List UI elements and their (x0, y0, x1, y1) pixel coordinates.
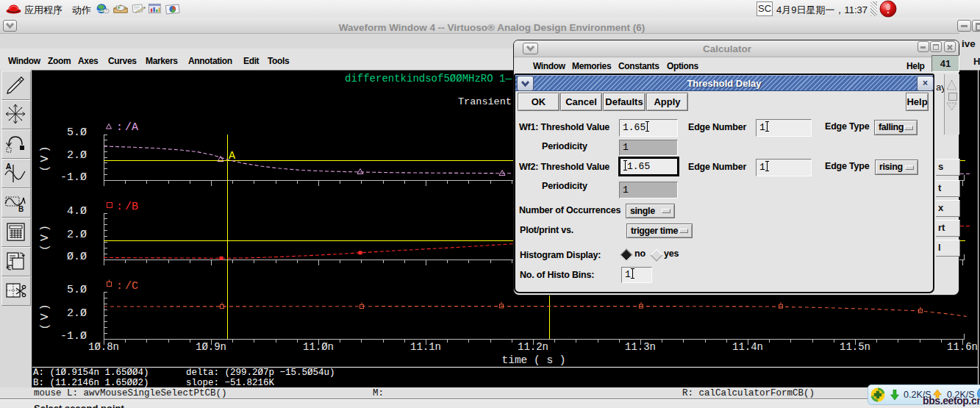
svg-text:11.2n: 11.2n (518, 341, 548, 353)
svg-text:1Ø.8n: 1Ø.8n (88, 341, 119, 353)
svg-text:delta: (299.2Ø7p −15.5Ø54u): delta: (299.2Ø7p −15.5Ø54u) (186, 368, 335, 378)
svg-text:A: (1Ø.9154n 1.65ØØ4): A: (1Ø.9154n 1.65ØØ4) (33, 368, 149, 378)
svg-text:Transient: Transient (458, 96, 512, 107)
svg-text:4.Ø: 4.Ø (67, 205, 87, 218)
svg-text:(V): (V) (39, 143, 51, 171)
svg-text:/B: /B (125, 201, 138, 213)
svg-text::: : (116, 201, 123, 213)
svg-text:-1.Ø: -1.Ø (60, 171, 87, 184)
svg-text:2.Ø: 2.Ø (67, 149, 87, 162)
svg-text:11.6n: 11.6n (947, 341, 978, 353)
svg-text:11.3n: 11.3n (625, 341, 656, 353)
svg-text:/C: /C (125, 280, 138, 293)
svg-text:slope: −51.8216K: slope: −51.8216K (186, 378, 275, 388)
svg-text:/A: /A (125, 121, 138, 134)
svg-text:-1.Ø: -1.Ø (60, 330, 87, 343)
svg-text:time ( s ): time ( s ) (501, 354, 565, 366)
svg-text::: : (116, 121, 123, 134)
svg-text:11.Øn: 11.Øn (303, 341, 334, 353)
svg-text:1Ø.9n: 1Ø.9n (196, 341, 226, 353)
svg-text:B: (11.2146n 1.65ØØ2): B: (11.2146n 1.65ØØ2) (33, 378, 149, 388)
svg-text:11.5n: 11.5n (840, 341, 870, 353)
svg-text:2.Ø: 2.Ø (67, 229, 87, 241)
svg-text:2.Ø: 2.Ø (67, 307, 87, 320)
svg-text:5.Ø: 5.Ø (67, 284, 87, 296)
svg-text:11.4n: 11.4n (732, 341, 763, 353)
svg-text:11.1n: 11.1n (410, 341, 441, 353)
svg-text::: : (116, 280, 123, 293)
svg-text:(V): (V) (39, 222, 51, 251)
svg-text:Ø.Ø: Ø.Ø (67, 251, 87, 263)
svg-text:(V): (V) (39, 301, 51, 329)
svg-text:5.Ø: 5.Ø (67, 126, 87, 139)
svg-text:differentkindsof5ØØMHzRO 1—: differentkindsof5ØØMHzRO 1— (345, 73, 512, 85)
